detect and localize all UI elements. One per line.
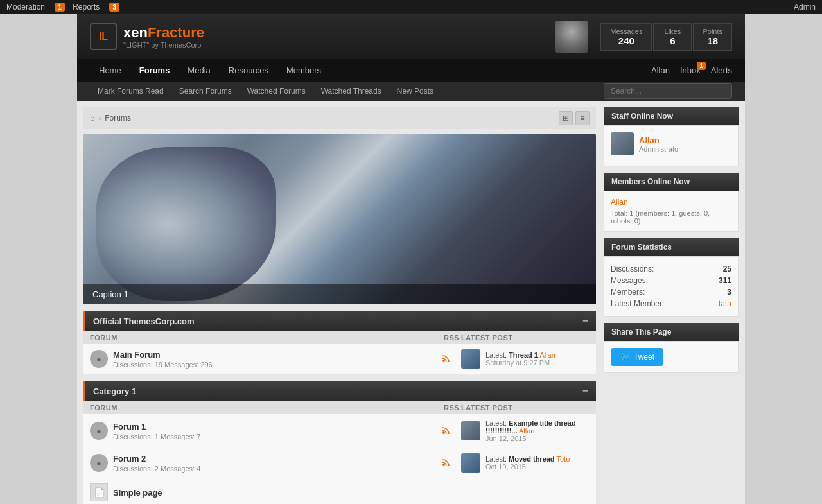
latest-avatar-forum2	[461, 453, 480, 473]
forum-info-forum1: Forum 1 Discussions: 1 Messages: 7	[113, 422, 432, 440]
staff-avatar	[611, 132, 634, 155]
latest-member-value[interactable]: tata	[719, 299, 731, 308]
members-online-box: Members Online Now Allan Total: 1 (membe…	[604, 173, 739, 232]
nav-item-home[interactable]: Home	[90, 59, 130, 82]
col-rss-label-2: RSS	[442, 404, 461, 412]
nav-link-media[interactable]: Media	[179, 59, 219, 82]
reports-label[interactable]: Reports	[73, 3, 100, 12]
nav-inbox[interactable]: Inbox 1	[680, 65, 701, 75]
forum-row-simple-page: 📄 Simple page	[83, 478, 596, 504]
section-title-cat1: Category 1	[93, 387, 136, 396]
tweet-label: Tweet	[634, 352, 654, 361]
nav-link-forums[interactable]: Forums	[130, 59, 179, 82]
svg-point-1	[442, 431, 445, 434]
nav-alerts[interactable]: Alerts	[711, 65, 732, 75]
latest-member-label: Latest Member:	[611, 299, 664, 308]
latest-thread-main[interactable]: Thread 1	[509, 351, 538, 359]
latest-avatar-main	[461, 349, 480, 369]
forum-name-forum2[interactable]: Forum 2	[113, 454, 146, 464]
nav-item-media[interactable]: Media	[179, 59, 219, 82]
members-stat-value: 3	[727, 288, 731, 297]
moderation-badge: 1	[55, 3, 65, 12]
subbar-link-mark-read[interactable]: Mark Forums Read	[90, 82, 171, 101]
forum-row-forum2: ● Forum 2 Discussions: 2 Messages: 4 Lat…	[83, 448, 596, 478]
subbar-link-watched-threads[interactable]: Watched Threads	[313, 82, 389, 101]
latest-thread-forum2[interactable]: Moved thread	[509, 455, 555, 463]
admin-link[interactable]: Admin	[794, 3, 816, 12]
latest-user-forum1[interactable]: Allan	[519, 427, 534, 435]
collapse-button-cat1[interactable]: −	[582, 386, 588, 396]
forum-name-forum1[interactable]: Forum 1	[113, 422, 146, 431]
forum-section-official: Official ThemesCorp.com − FORUM RSS LATE…	[83, 311, 596, 374]
nav-item-resources[interactable]: Resources	[220, 59, 277, 82]
logo-fracture: Fracture	[148, 24, 204, 40]
nav-item-members[interactable]: Members	[277, 59, 330, 82]
subbar-link-new-posts[interactable]: New Posts	[389, 82, 441, 101]
col-latest-label: LATEST POST	[461, 334, 590, 342]
subbar-link-watched-forums[interactable]: Watched Forums	[240, 82, 313, 101]
subbar-item-search[interactable]: Search Forums	[171, 82, 240, 101]
discussions-label: Discussions:	[611, 265, 654, 274]
user-avatar[interactable]	[555, 21, 588, 53]
banner-robot-graphic	[96, 147, 276, 301]
latest-user-main[interactable]: Allan	[539, 351, 555, 359]
search-input[interactable]	[604, 83, 732, 99]
subbar-item-new-posts[interactable]: New Posts	[389, 82, 441, 101]
col-forum-label-2: FORUM	[90, 404, 442, 412]
user-info: Messages 240 Likes 6 Points 18	[555, 21, 732, 53]
subbar-item-watched-threads[interactable]: Watched Threads	[313, 82, 389, 101]
home-icon[interactable]: ⌂	[90, 114, 94, 123]
forum-row-main: ● Main Forum Discussions: 19 Messages: 2…	[83, 344, 596, 374]
forum-icon-forum2: ●	[90, 454, 108, 472]
share-header: Share This Page	[604, 323, 739, 341]
sidebar: Staff Online Now Allan Administrator Mem…	[604, 107, 739, 504]
svg-point-0	[442, 360, 445, 362]
logo-xen: xen	[123, 24, 148, 40]
forum-latest-forum1: Latest: Example title thread !!!!!!!!!!!…	[461, 419, 590, 442]
nav-link-resources[interactable]: Resources	[220, 59, 277, 82]
list-view-button[interactable]: ≡	[575, 111, 590, 125]
forum-section-cat1: Category 1 − FORUM RSS LATEST POST ● For…	[83, 381, 596, 504]
simple-page-link[interactable]: Simple page	[113, 488, 162, 498]
grid-view-button[interactable]: ⊞	[559, 111, 573, 125]
forum-rss-main[interactable]	[437, 354, 456, 365]
banner-caption: Caption 1	[83, 284, 596, 304]
tweet-button[interactable]: 🐦 Tweet	[611, 348, 663, 366]
forum-meta-forum2: Discussions: 2 Messages: 4	[113, 465, 432, 473]
section-title-official: Official ThemesCorp.com	[93, 317, 194, 326]
nav-username[interactable]: Allan	[651, 65, 670, 75]
forum-rss-forum2[interactable]	[437, 458, 456, 469]
svg-point-2	[442, 464, 445, 466]
likes-label: Likes	[663, 28, 682, 35]
nav-link-members[interactable]: Members	[277, 59, 330, 82]
online-member-name[interactable]: Allan	[611, 198, 731, 207]
subbar-item-watched-forums[interactable]: Watched Forums	[240, 82, 313, 101]
forum-rss-forum1[interactable]	[437, 426, 456, 437]
nav-link-home[interactable]: Home	[90, 59, 130, 82]
latest-user-forum2[interactable]: Toto	[556, 455, 570, 463]
forum-latest-main: Latest: Thread 1 Allan Saturday at 9:27 …	[461, 349, 590, 369]
likes-stat: Likes 6	[653, 23, 692, 51]
section-header-cat1: Category 1 −	[83, 381, 596, 401]
subbar-item-mark-read[interactable]: Mark Forums Read	[90, 82, 171, 101]
staff-user-role: Administrator	[639, 145, 681, 153]
latest-date-forum2: Oct 19, 2015	[485, 463, 570, 471]
latest-label-2: Latest:	[485, 419, 509, 427]
points-stat: Points 18	[693, 23, 732, 51]
latest-avatar-forum1	[461, 421, 480, 440]
inbox-badge: 1	[697, 62, 706, 70]
moderation-label[interactable]: Moderation	[6, 3, 45, 12]
nav-item-forums[interactable]: Forums	[130, 59, 179, 82]
logo: IL xenFracture "LIGHT" by ThemesCorp	[90, 23, 204, 50]
forum-name-main[interactable]: Main Forum	[113, 350, 161, 360]
breadcrumb: ⌂ › Forums ⊞ ≡	[83, 107, 596, 129]
header: IL xenFracture "LIGHT" by ThemesCorp Mes…	[77, 14, 745, 59]
staff-user-name[interactable]: Allan	[639, 135, 681, 145]
collapse-button-official[interactable]: −	[582, 316, 588, 326]
nav-right: Allan Inbox 1 Alerts	[651, 65, 732, 75]
twitter-bird-icon: 🐦	[620, 352, 631, 362]
latest-label-3: Latest:	[485, 455, 509, 463]
messages-stat-label: Messages:	[611, 276, 648, 285]
subbar-link-search[interactable]: Search Forums	[171, 82, 240, 101]
messages-stat: Messages 240	[600, 23, 652, 51]
